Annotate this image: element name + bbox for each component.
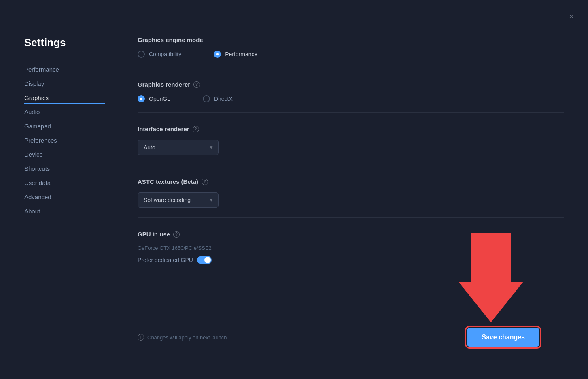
graphics-renderer-radio-group: OpenGL DirectX bbox=[138, 95, 564, 102]
graphics-engine-mode-section: Graphics engine mode Compatibility Perfo… bbox=[138, 36, 564, 68]
astc-textures-select[interactable]: Software decoding GPU decoding Disabled bbox=[138, 192, 219, 208]
radio-compatibility[interactable]: Compatibility bbox=[138, 51, 181, 58]
radio-circle-directx bbox=[203, 95, 210, 102]
gpu-in-use-help-icon[interactable]: ? bbox=[173, 231, 180, 238]
interface-renderer-section: Interface renderer ? Auto OpenGL DirectX… bbox=[138, 126, 564, 165]
footer-info-icon: i bbox=[138, 334, 144, 341]
sidebar: Settings Performance Display Graphics Au… bbox=[24, 32, 105, 363]
sidebar-item-shortcuts[interactable]: Shortcuts bbox=[24, 163, 105, 175]
astc-textures-title: ASTC textures (Beta) ? bbox=[138, 178, 564, 185]
sidebar-item-performance[interactable]: Performance bbox=[24, 64, 105, 75]
radio-label-compatibility: Compatibility bbox=[149, 51, 181, 57]
prefer-dedicated-gpu-row: Prefer dedicated GPU bbox=[138, 256, 564, 264]
footer-note: i Changes will apply on next launch bbox=[138, 334, 227, 341]
radio-label-opengl: OpenGL bbox=[149, 96, 170, 102]
astc-textures-section: ASTC textures (Beta) ? Software decoding… bbox=[138, 178, 564, 218]
graphics-renderer-title: Graphics renderer ? bbox=[138, 81, 564, 88]
radio-performance[interactable]: Performance bbox=[214, 51, 257, 58]
sidebar-item-about[interactable]: About bbox=[24, 205, 105, 217]
radio-opengl[interactable]: OpenGL bbox=[138, 95, 170, 102]
footer: i Changes will apply on next launch Save… bbox=[138, 328, 564, 347]
save-changes-button[interactable]: Save changes bbox=[467, 328, 539, 347]
astc-textures-help-icon[interactable]: ? bbox=[202, 179, 208, 185]
close-button[interactable]: × bbox=[567, 11, 575, 22]
sidebar-item-display[interactable]: Display bbox=[24, 78, 105, 89]
gpu-in-use-title: GPU in use ? bbox=[138, 231, 564, 238]
toggle-knob bbox=[204, 257, 211, 263]
interface-renderer-select[interactable]: Auto OpenGL DirectX Software bbox=[138, 140, 219, 155]
prefer-dedicated-gpu-label: Prefer dedicated GPU bbox=[138, 257, 193, 263]
radio-circle-performance bbox=[214, 51, 221, 58]
astc-textures-select-wrapper: Software decoding GPU decoding Disabled … bbox=[138, 192, 219, 208]
sidebar-item-graphics[interactable]: Graphics bbox=[24, 92, 105, 104]
graphics-renderer-section: Graphics renderer ? OpenGL DirectX bbox=[138, 81, 564, 113]
radio-circle-compatibility bbox=[138, 51, 145, 58]
sidebar-item-user-data[interactable]: User data bbox=[24, 177, 105, 189]
interface-renderer-title: Interface renderer ? bbox=[138, 126, 564, 132]
interface-renderer-help-icon[interactable]: ? bbox=[193, 126, 199, 132]
graphics-engine-mode-title: Graphics engine mode bbox=[138, 36, 564, 43]
radio-label-performance: Performance bbox=[225, 51, 257, 57]
sidebar-item-audio[interactable]: Audio bbox=[24, 106, 105, 118]
radio-label-directx: DirectX bbox=[214, 96, 233, 102]
prefer-dedicated-gpu-toggle[interactable] bbox=[197, 256, 212, 264]
sidebar-item-device[interactable]: Device bbox=[24, 149, 105, 160]
radio-directx[interactable]: DirectX bbox=[203, 95, 233, 102]
sidebar-title: Settings bbox=[24, 36, 105, 49]
footer-note-text: Changes will apply on next launch bbox=[147, 334, 227, 341]
interface-renderer-select-wrapper: Auto OpenGL DirectX Software ▼ bbox=[138, 140, 219, 155]
gpu-in-use-section: GPU in use ? GeForce GTX 1650/PCIe/SSE2 … bbox=[138, 231, 564, 274]
sidebar-nav: Performance Display Graphics Audio Gamep… bbox=[24, 64, 105, 217]
settings-window: × Settings Performance Display Graphics … bbox=[0, 0, 588, 379]
sidebar-item-gamepad[interactable]: Gamepad bbox=[24, 120, 105, 132]
sidebar-item-preferences[interactable]: Preferences bbox=[24, 134, 105, 146]
gpu-name: GeForce GTX 1650/PCIe/SSE2 bbox=[138, 245, 564, 251]
radio-circle-opengl bbox=[138, 95, 145, 102]
graphics-renderer-help-icon[interactable]: ? bbox=[193, 81, 200, 88]
main-content: Graphics engine mode Compatibility Perfo… bbox=[105, 32, 564, 363]
graphics-engine-mode-radio-group: Compatibility Performance bbox=[138, 51, 564, 58]
sidebar-item-advanced[interactable]: Advanced bbox=[24, 191, 105, 203]
